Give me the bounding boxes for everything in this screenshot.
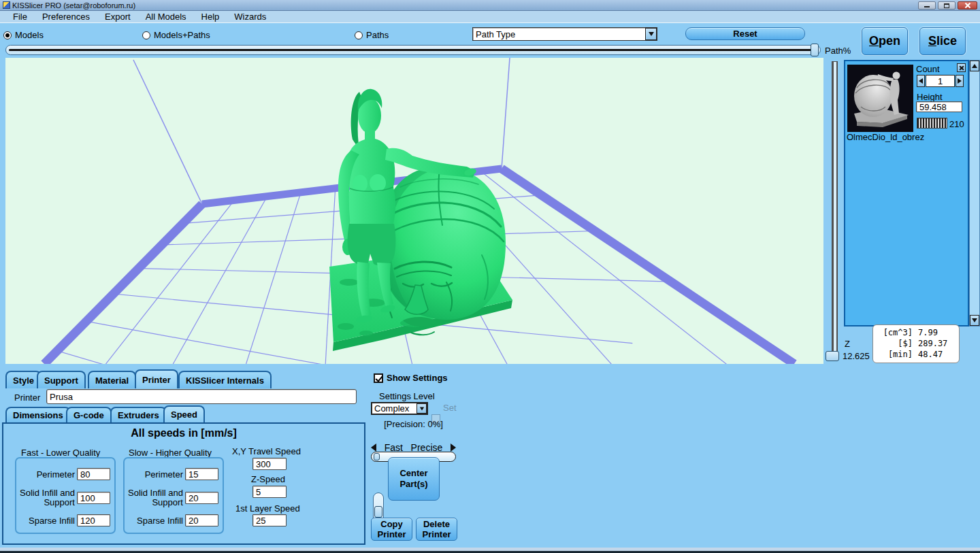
settings-level-dropdown-arrow[interactable]: [416, 403, 427, 414]
window-titlebar[interactable]: KISSlicer PRO (setar@roboforum.ru): [0, 0, 980, 11]
z-slider[interactable]: [832, 61, 838, 352]
show-settings-checkbox[interactable]: [374, 373, 383, 383]
window-title: KISSlicer PRO (setar@roboforum.ru): [12, 1, 135, 10]
close-button[interactable]: [958, 1, 977, 10]
count-increment-button[interactable]: [956, 75, 964, 87]
fast-solid-infill-field[interactable]: [77, 492, 110, 504]
slow-sparse-infill-field[interactable]: [185, 514, 218, 526]
fast-group-title: Fast - Lower Quality: [21, 448, 100, 458]
slow-perimeter-row: Perimeter: [125, 468, 223, 480]
reset-button[interactable]: Reset: [685, 27, 805, 40]
fast-sparse-infill-row: Sparse Infill: [16, 514, 114, 526]
count-decrement-button[interactable]: [917, 75, 925, 87]
model-close-button[interactable]: [957, 63, 966, 72]
menu-export[interactable]: Export: [97, 11, 138, 23]
model-list-scrollbar[interactable]: [969, 60, 980, 326]
model-name: OlmecDio_ld_obrez: [847, 132, 924, 142]
first-layer-speed-field[interactable]: [252, 514, 287, 526]
arrow-right-icon: [958, 78, 962, 84]
menu-preferences[interactable]: Preferences: [35, 11, 97, 23]
printer-name-field[interactable]: [46, 389, 357, 404]
travel-speed-field[interactable]: [252, 458, 287, 470]
models-paths-radio[interactable]: [142, 31, 150, 39]
view-mode-models-paths[interactable]: Models+Paths: [142, 30, 210, 40]
minimize-button[interactable]: [918, 1, 936, 10]
app-icon: [3, 1, 10, 9]
tab-speed[interactable]: Speed: [163, 405, 205, 422]
path-percent-slider-thumb[interactable]: [811, 44, 819, 56]
z-axis-value: 12.625: [843, 351, 870, 361]
view-mode-models[interactable]: Models: [3, 30, 44, 40]
fast-label: Fast: [385, 442, 403, 453]
menu-file[interactable]: File: [5, 11, 35, 23]
maximize-button[interactable]: [938, 1, 956, 10]
settings-level-label: Settings Level: [379, 391, 435, 401]
tab-material[interactable]: Material: [88, 371, 136, 388]
print-stats-box: [cm^3]7.99 [$]289.37 [min]48.47: [872, 324, 960, 363]
slice-button[interactable]: Slice: [919, 27, 966, 55]
fast-sparse-infill-field[interactable]: [77, 514, 110, 526]
path-type-dropdown[interactable]: Path Type: [472, 27, 657, 41]
menu-help[interactable]: Help: [194, 11, 227, 23]
paths-radio[interactable]: [355, 31, 363, 39]
fast-precise-scale: Fast Precise: [371, 442, 456, 453]
scroll-up-button[interactable]: [970, 61, 979, 71]
z-speed-label: Z-Speed: [251, 474, 285, 484]
tab-extruders[interactable]: Extruders: [110, 407, 167, 422]
printer-name-label: Printer: [14, 392, 40, 403]
viewport-3d[interactable]: [5, 58, 823, 364]
path-type-dropdown-arrow[interactable]: [645, 28, 657, 40]
set-label: Set: [443, 403, 457, 413]
tab-kisslicer-internals[interactable]: KISSlicer Internals: [178, 371, 272, 388]
height-label: Height: [917, 92, 943, 102]
slow-solid-infill-field[interactable]: [185, 492, 218, 504]
count-value-field[interactable]: 1: [926, 75, 955, 87]
model-thumbnail[interactable]: [847, 65, 913, 132]
height-field[interactable]: [916, 101, 962, 112]
menu-wizards[interactable]: Wizards: [227, 11, 274, 23]
scroll-down-button[interactable]: [970, 315, 979, 326]
menu-all-models[interactable]: All Models: [138, 11, 194, 23]
tab-support[interactable]: Support: [37, 371, 86, 388]
view-mode-paths[interactable]: Paths: [355, 30, 389, 40]
chevron-down-icon: [419, 407, 423, 410]
menu-bar: File Preferences Export All Models Help …: [0, 11, 980, 23]
path-percent-label: Path%: [825, 46, 851, 56]
minimize-icon: [924, 6, 930, 7]
precise-label: Precise: [411, 442, 443, 453]
fast-arrow-icon: [371, 443, 376, 452]
model-list-panel: Count 1 Height 210 OlmecDio_ld_obrez: [844, 60, 969, 326]
layers-ticker[interactable]: [917, 118, 947, 129]
layers-value: 210: [949, 119, 964, 129]
z-speed-field[interactable]: [252, 486, 287, 498]
models-radio[interactable]: [3, 31, 12, 39]
fast-solid-infill-row: Solid Infill and Support: [16, 488, 114, 507]
z-slider-thumb[interactable]: [826, 351, 839, 361]
fast-perimeter-field[interactable]: [77, 468, 110, 480]
first-layer-speed-label: 1st Layer Speed: [235, 503, 300, 514]
settings-level-dropdown[interactable]: Complex: [371, 402, 428, 415]
precision-label: [Precision: 0%]: [371, 419, 456, 429]
slow-sparse-infill-row: Sparse Infill: [125, 514, 223, 526]
copy-printer-button[interactable]: Copy Printer: [371, 518, 412, 541]
viewport-scene: [5, 58, 823, 364]
slow-group-box: Perimeter Solid Infill and Support Spars…: [123, 457, 224, 534]
tab-gcode[interactable]: G-code: [66, 407, 112, 422]
precision-slider-thumb[interactable]: [374, 453, 380, 460]
center-parts-button[interactable]: Center Part(s): [388, 457, 440, 501]
delete-printer-button[interactable]: Delete Printer: [416, 518, 457, 541]
tab-printer[interactable]: Printer: [135, 369, 178, 388]
show-settings-toggle[interactable]: Show Settings: [374, 373, 448, 383]
speed-settings-panel: All speeds in [mm/s] Fast - Lower Qualit…: [2, 422, 365, 545]
path-percent-slider-track: [9, 49, 817, 51]
slow-perimeter-field[interactable]: [185, 468, 218, 480]
nudge-vertical-thumb[interactable]: [374, 506, 382, 518]
travel-speed-label: X,Y Travel Speed: [232, 446, 301, 456]
speed-panel-title: All speeds in [mm/s]: [3, 427, 364, 439]
z-axis-label: Z: [845, 339, 850, 349]
open-button[interactable]: Open: [862, 27, 908, 55]
precise-arrow-icon: [451, 443, 456, 452]
tab-dimensions[interactable]: Dimensions: [5, 407, 71, 422]
count-label: Count: [916, 64, 940, 74]
path-percent-slider[interactable]: [5, 45, 821, 55]
